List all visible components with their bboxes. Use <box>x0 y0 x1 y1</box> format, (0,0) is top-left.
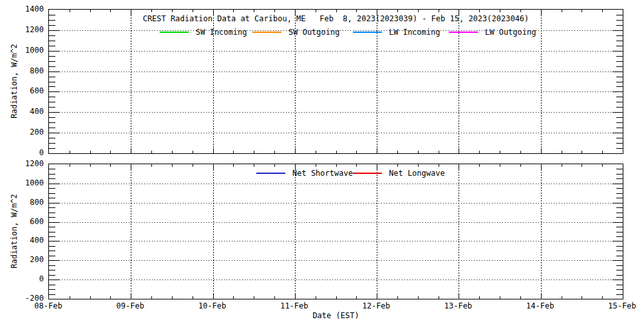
y-tick-left <box>49 178 55 179</box>
y-tick-left <box>49 294 55 295</box>
legend-item: SW Incoming <box>160 28 247 37</box>
y-tick-right <box>616 188 623 189</box>
legend-item: LW Incoming <box>353 28 440 37</box>
x-gridline <box>377 164 377 299</box>
y-tick-right <box>616 143 623 144</box>
x-tick-label: 08-Feb <box>25 301 71 310</box>
x-tick-bottom <box>541 148 542 153</box>
x-minor-tick-top <box>151 164 152 167</box>
x-tick-bottom <box>295 148 296 153</box>
y-tick-left <box>49 117 55 118</box>
y-gridline <box>49 71 623 72</box>
y-tick-left <box>49 279 59 280</box>
y-tick-right <box>616 138 623 138</box>
y-tick-label: 1000 <box>1 46 44 55</box>
y-gridline <box>49 184 623 184</box>
y-gridline <box>49 260 623 261</box>
x-minor-tick-top <box>397 164 398 167</box>
y-tick-left <box>49 102 55 102</box>
y-tick-left <box>49 148 55 149</box>
x-tick-top <box>377 10 377 15</box>
x-minor-tick-top <box>110 164 111 167</box>
y-tick-label: 600 <box>1 86 44 95</box>
y-tick-right <box>612 112 623 113</box>
x-tick-top <box>541 164 542 169</box>
y-tick-right <box>616 66 623 67</box>
y-tick-left <box>49 169 55 169</box>
x-tick-bottom <box>377 148 377 153</box>
y-tick-right <box>612 30 623 31</box>
y-tick-right <box>616 232 623 232</box>
y-tick-left <box>49 285 55 285</box>
x-minor-tick-bottom <box>274 151 275 153</box>
x-gridline <box>295 164 296 299</box>
y-tick-left <box>49 71 59 72</box>
y-tick-label: 0 <box>1 148 44 157</box>
y-tick-left <box>49 112 59 113</box>
y-tick-label: 1200 <box>1 25 44 34</box>
y-tick-right <box>616 148 623 149</box>
y-gridline <box>49 112 623 113</box>
x-minor-tick-top <box>274 10 275 12</box>
y-tick-right <box>616 86 623 87</box>
x-minor-tick-bottom <box>172 151 173 153</box>
legend-label: LW Incoming <box>389 28 440 37</box>
x-minor-tick-bottom <box>233 151 234 153</box>
y-tick-left <box>49 41 55 41</box>
y-tick-right <box>612 133 623 133</box>
x-minor-tick-top <box>151 10 152 12</box>
y-tick-left <box>49 222 59 223</box>
x-minor-tick-bottom <box>418 296 419 299</box>
y-tick-left <box>49 35 55 36</box>
x-minor-tick-bottom <box>520 151 521 153</box>
x-minor-tick-bottom <box>418 151 419 153</box>
x-minor-tick-top <box>602 10 603 12</box>
x-minor-tick-bottom <box>356 296 357 299</box>
x-minor-tick-bottom <box>397 296 398 299</box>
y-tick-left <box>49 143 55 144</box>
y-tick-left <box>49 203 59 204</box>
y-tick-right <box>612 222 623 223</box>
y-tick-left <box>49 15 55 15</box>
x-tick-bottom <box>377 294 377 299</box>
x-minor-tick-bottom <box>254 151 254 153</box>
y-tick-right <box>612 71 623 72</box>
y-tick-label: 800 <box>1 66 44 75</box>
x-minor-tick-top <box>316 10 316 12</box>
x-minor-tick-bottom <box>602 296 603 299</box>
y-gridline <box>49 133 623 133</box>
x-minor-tick-bottom <box>110 296 111 299</box>
x-tick-label: 14-Feb <box>517 301 564 310</box>
x-tick-top <box>459 10 459 15</box>
legend-line-swatch <box>449 32 478 33</box>
x-tick-label: 11-Feb <box>271 301 317 310</box>
y-gridline <box>49 91 623 92</box>
x-minor-tick-top <box>520 164 521 167</box>
x-minor-tick-top <box>254 164 254 167</box>
x-minor-tick-bottom <box>500 151 500 153</box>
y-tick-right <box>616 41 623 41</box>
x-gridline <box>459 164 459 299</box>
y-tick-left <box>49 188 55 189</box>
x-minor-tick-bottom <box>316 296 316 299</box>
x-minor-tick-bottom <box>70 296 70 299</box>
y-tick-left <box>49 97 55 97</box>
x-tick-bottom <box>459 148 459 153</box>
y-tick-right <box>616 82 623 82</box>
x-minor-tick-top <box>110 10 111 12</box>
x-minor-tick-bottom <box>439 296 439 299</box>
y-tick-label: 400 <box>1 107 44 116</box>
x-minor-tick-top <box>500 10 500 12</box>
x-minor-tick-top <box>397 10 398 12</box>
y-tick-left <box>49 77 55 77</box>
x-minor-tick-top <box>500 164 500 167</box>
x-tick-bottom <box>541 294 542 299</box>
y-tick-label: 0 <box>1 274 44 283</box>
y-tick-left <box>49 46 55 46</box>
legend-label: SW Outgoing <box>289 28 339 37</box>
x-minor-tick-bottom <box>439 151 439 153</box>
legend-label: Net Shortwave <box>292 169 353 178</box>
y-tick-left <box>49 66 55 67</box>
y-tick-right <box>616 169 623 169</box>
y-tick-left <box>49 20 55 21</box>
